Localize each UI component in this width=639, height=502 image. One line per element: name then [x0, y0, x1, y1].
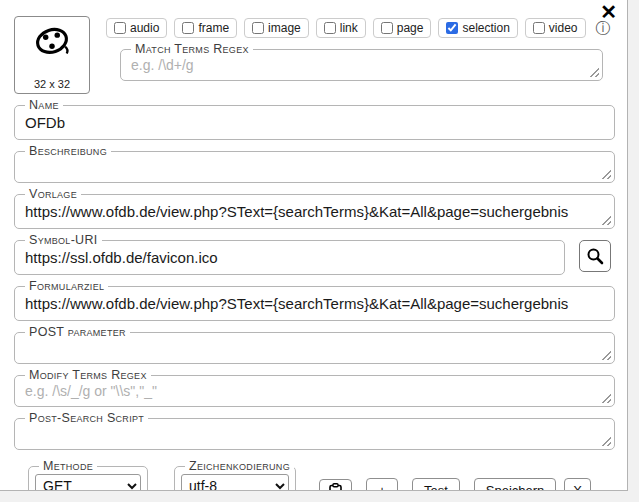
copy-button[interactable] — [319, 479, 352, 491]
top-row: 32 x 32 audio frame image — [0, 0, 627, 94]
modify-terms-regex-fieldset: Modify Terms Regex — [14, 368, 615, 407]
symbol-uri-input[interactable] — [21, 247, 558, 269]
content-type-audio[interactable]: audio — [106, 18, 167, 38]
zeichenkodierung-select[interactable]: utf-8 — [181, 474, 289, 491]
audio-checkbox[interactable] — [114, 22, 126, 34]
audio-label: audio — [130, 21, 159, 35]
close-icon[interactable]: ✕ — [600, 2, 617, 22]
image-label: image — [268, 21, 301, 35]
selection-checkbox[interactable] — [446, 22, 458, 34]
formularziel-fieldset: Formularziel — [14, 279, 615, 321]
test-button[interactable]: Test — [412, 478, 460, 491]
video-label: video — [549, 21, 578, 35]
vorlage-input[interactable] — [21, 201, 608, 223]
match-terms-regex-legend: Match Terms Regex — [131, 42, 253, 56]
page-checkbox[interactable] — [381, 22, 393, 34]
post-search-script-fieldset: Post-Search Script — [14, 411, 615, 450]
favicon-preview: 32 x 32 — [14, 16, 90, 94]
content-type-page[interactable]: page — [373, 18, 432, 38]
content-type-frame[interactable]: frame — [174, 18, 237, 38]
cancel-button[interactable]: X — [564, 478, 591, 491]
symbol-uri-row: Symbol-URI — [0, 229, 615, 275]
name-fieldset: Name — [14, 98, 615, 140]
beschreibung-legend: Beschreibung — [25, 144, 111, 158]
post-parameter-fieldset: POST parameter — [14, 325, 615, 364]
symbol-uri-fieldset: Symbol-URI — [14, 233, 565, 275]
content-type-image[interactable]: image — [244, 18, 309, 38]
top-right-column: audio frame image link — [106, 16, 615, 94]
post-parameter-legend: POST parameter — [25, 325, 130, 339]
name-legend: Name — [25, 98, 63, 112]
content-type-link[interactable]: link — [316, 18, 366, 38]
modify-terms-regex-input[interactable] — [21, 382, 608, 401]
content-type-row: audio frame image link — [106, 18, 615, 38]
link-checkbox[interactable] — [324, 22, 336, 34]
image-checkbox[interactable] — [252, 22, 264, 34]
page-label: page — [397, 21, 424, 35]
video-checkbox[interactable] — [533, 22, 545, 34]
frame-checkbox[interactable] — [182, 22, 194, 34]
fetch-icon-button[interactable] — [579, 240, 611, 272]
frame-label: frame — [198, 21, 229, 35]
post-parameter-input[interactable] — [21, 339, 608, 358]
vorlage-fieldset: Vorlage — [14, 187, 615, 229]
page-background: ✕ 32 x 32 audi — [0, 0, 639, 502]
vorlage-legend: Vorlage — [25, 187, 81, 201]
name-input[interactable] — [21, 112, 608, 134]
match-terms-regex-input[interactable] — [127, 56, 596, 75]
formularziel-legend: Formularziel — [25, 279, 108, 293]
selection-label: selection — [462, 21, 509, 35]
search-engine-edit-dialog: ✕ 32 x 32 audi — [0, 0, 628, 491]
match-terms-regex-fieldset: Match Terms Regex — [120, 42, 603, 81]
icon-size-label: 32 x 32 — [34, 78, 70, 90]
clipboard-icon — [328, 483, 343, 491]
post-search-script-input[interactable] — [21, 425, 608, 444]
zeichenkodierung-fieldset: Zeichenkodierung utf-8 — [174, 459, 296, 491]
methode-fieldset: Methode GET — [28, 459, 148, 491]
link-label: link — [340, 21, 358, 35]
symbol-uri-legend: Symbol-URI — [25, 233, 102, 247]
beschreibung-fieldset: Beschreibung — [14, 144, 615, 183]
add-button[interactable]: + — [366, 478, 398, 491]
post-search-script-legend: Post-Search Script — [25, 411, 148, 425]
modify-terms-regex-legend: Modify Terms Regex — [25, 368, 151, 382]
magnifier-icon — [586, 247, 604, 265]
beschreibung-input[interactable] — [21, 158, 608, 177]
methode-select[interactable]: GET — [35, 474, 141, 491]
formularziel-input[interactable] — [21, 293, 608, 315]
save-button[interactable]: Speichern — [474, 478, 557, 491]
ofdb-logo-icon — [31, 22, 73, 64]
action-buttons: + Test Speichern X — [319, 478, 615, 491]
content-type-selection[interactable]: selection — [438, 18, 517, 38]
methode-legend: Methode — [39, 459, 97, 473]
content-type-video[interactable]: video — [525, 18, 586, 38]
bottom-row: Methode GET Zeichenkodierung utf-8 — [14, 455, 615, 491]
zeichenkodierung-legend: Zeichenkodierung — [185, 459, 294, 473]
